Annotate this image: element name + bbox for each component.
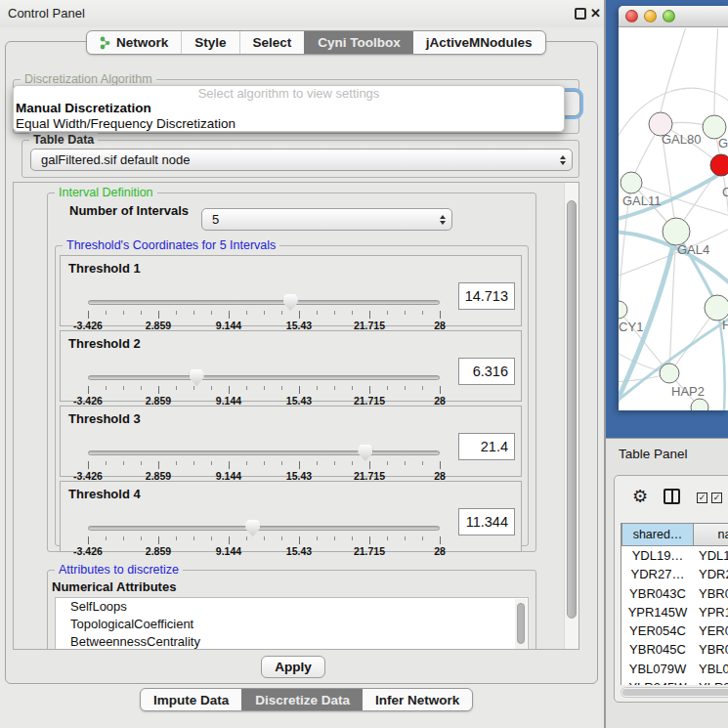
- slider-track[interactable]: [88, 526, 440, 531]
- slider-scale: -3.4262.8599.14415.4321.71528: [88, 545, 440, 557]
- threshold-value-field[interactable]: 14.713: [458, 282, 515, 310]
- bottom-tab-bar: Impute Data Discretize Data Infer Networ…: [140, 688, 473, 711]
- list-scrollbar-thumb[interactable]: [517, 603, 525, 644]
- table-row[interactable]: YBL079WYBL0: [621, 660, 728, 678]
- tab-impute-data[interactable]: Impute Data: [141, 689, 241, 710]
- node-label: H: [722, 318, 728, 332]
- tab-impute-data-label: Impute Data: [153, 693, 229, 707]
- table-panel: Table Panel ⚙ ✓ ✓ shared… na YDL19…YDL1 …: [606, 438, 728, 728]
- table-data-combobox-value: galFiltered.sif default node: [41, 150, 190, 171]
- network-window-titlebar[interactable]: [619, 6, 728, 27]
- cell[interactable]: YDL1: [694, 546, 728, 565]
- threshold-panel-1: Threshold 1 -3.4262.8599.14415.4321.7152…: [60, 255, 522, 326]
- table-header-row: shared… na: [621, 523, 728, 546]
- slider-ticks: [88, 461, 440, 470]
- threshold-value-field[interactable]: 21.4: [458, 433, 515, 460]
- node-hap2: [660, 364, 679, 383]
- close-icon[interactable]: ✕: [590, 6, 601, 21]
- tab-network[interactable]: Network: [87, 31, 181, 54]
- cell[interactable]: YLR3: [694, 678, 728, 685]
- slider-thumb[interactable]: [283, 294, 298, 311]
- algorithm-option-manual[interactable]: Manual Discretization: [14, 101, 564, 116]
- column-header-name[interactable]: na: [694, 523, 728, 546]
- table-row[interactable]: YPR145WYPR1: [621, 603, 728, 621]
- thresholds-group-title: Threshold's Coordinates for 5 Intervals: [63, 238, 279, 252]
- node-table[interactable]: shared… na YDL19…YDL1 YDR27…YDR2 YBR043C…: [621, 523, 728, 685]
- slider-track[interactable]: [88, 300, 440, 305]
- network-canvas[interactable]: GAL80 GA C GAL11 GAL4 GCY1 H HAP2: [619, 28, 728, 410]
- table-row[interactable]: YBR045CYBR0: [621, 640, 728, 659]
- settings-gear-icon[interactable]: ⚙: [632, 486, 648, 507]
- cell[interactable]: YER0: [694, 621, 728, 640]
- threshold-slider[interactable]: -3.4262.8599.14415.4321.71528: [88, 368, 440, 402]
- table-horizontal-scrollbar-thumb[interactable]: [622, 689, 728, 696]
- slider-track[interactable]: [88, 450, 440, 455]
- threshold-label: Threshold 3: [68, 411, 141, 426]
- cell[interactable]: YER054C: [621, 621, 694, 640]
- algorithm-option-equal-width[interactable]: Equal Width/Frequency Discretization: [14, 116, 564, 132]
- threshold-slider[interactable]: -3.4262.8599.14415.4321.71528: [88, 444, 440, 477]
- tab-cyni-toolbox[interactable]: Cyni Toolbox: [304, 31, 413, 54]
- tab-style[interactable]: Style: [181, 31, 238, 54]
- numerical-attributes-list[interactable]: SelfLoops TopologicalCoefficient Between…: [55, 597, 529, 650]
- cell[interactable]: YBR045C: [621, 640, 694, 659]
- list-item[interactable]: SelfLoops: [56, 598, 528, 616]
- tab-select[interactable]: Select: [239, 31, 305, 54]
- column-layout-icon[interactable]: [664, 489, 680, 504]
- threshold-panel-2: Threshold 2 -3.4262.8599.14415.4321.7152…: [60, 330, 522, 402]
- close-traffic-light-icon[interactable]: [625, 10, 638, 22]
- cell[interactable]: YDL19…: [621, 546, 694, 565]
- table-row[interactable]: YDR27…YDR2: [621, 565, 728, 583]
- table-data-combobox[interactable]: galFiltered.sif default node: [30, 149, 573, 171]
- tab-infer-network[interactable]: Infer Network: [363, 689, 472, 710]
- checkbox-icon[interactable]: ✓: [697, 492, 707, 503]
- cell[interactable]: YBL079W: [621, 660, 694, 678]
- threshold-label: Threshold 2: [68, 336, 141, 351]
- control-panel-titlebar: Control Panel ✕: [0, 0, 604, 27]
- table-horizontal-scrollbar[interactable]: [621, 687, 728, 698]
- cell[interactable]: YPR1: [694, 603, 728, 621]
- cell[interactable]: YBR0: [694, 640, 728, 659]
- float-window-icon[interactable]: [575, 8, 586, 20]
- threshold-panel-3: Threshold 3 -3.4262.8599.14415.4321.7152…: [60, 406, 522, 477]
- slider-ticks: [88, 386, 440, 395]
- cell[interactable]: YDR27…: [621, 565, 694, 583]
- tab-jactivemnodules[interactable]: jActiveMNodules: [413, 31, 545, 54]
- top-tab-bar: Network Style Select Cyni Toolbox jActiv…: [86, 30, 546, 55]
- number-of-intervals-combobox[interactable]: 5: [201, 208, 452, 231]
- table-row[interactable]: YER054CYER0: [621, 621, 728, 640]
- threshold-slider[interactable]: -3.4262.8599.14415.4321.71528: [88, 293, 440, 326]
- list-item[interactable]: TopologicalCoefficient: [56, 616, 528, 633]
- stepper-arrows-icon: [440, 215, 446, 225]
- zoom-traffic-light-icon[interactable]: [663, 10, 675, 22]
- slider-thumb[interactable]: [358, 445, 372, 461]
- apply-button[interactable]: Apply: [261, 656, 325, 678]
- tab-discretize-data[interactable]: Discretize Data: [241, 689, 363, 710]
- table-row[interactable]: YDL19…YDL1: [621, 546, 728, 565]
- slider-track[interactable]: [88, 375, 440, 380]
- cell[interactable]: YDR2: [694, 565, 728, 583]
- list-item[interactable]: BetweennessCentrality: [56, 633, 528, 650]
- checkbox-icon[interactable]: ✓: [711, 492, 722, 503]
- cell[interactable]: YBR0: [694, 584, 728, 603]
- panel-scrollbar-thumb[interactable]: [567, 200, 577, 619]
- minimize-traffic-light-icon[interactable]: [644, 10, 657, 22]
- cell[interactable]: YPR145W: [621, 603, 694, 621]
- slider-thumb[interactable]: [245, 520, 260, 536]
- algorithm-dropdown-popup: Select algorithm to view settings Manual…: [13, 85, 565, 132]
- slider-thumb[interactable]: [190, 369, 204, 386]
- network-view-window: GAL80 GA C GAL11 GAL4 GCY1 H HAP2: [619, 6, 728, 410]
- column-header-shared-name[interactable]: shared…: [621, 523, 694, 546]
- threshold-slider[interactable]: -3.4262.8599.14415.4321.71528: [88, 519, 440, 552]
- cell[interactable]: YBL0: [694, 660, 728, 678]
- threshold-value-field[interactable]: 6.316: [458, 358, 515, 385]
- table-row[interactable]: YBR043CYBR0: [621, 584, 728, 603]
- list-scrollbar[interactable]: [515, 599, 527, 650]
- slider-ticks: [88, 311, 440, 320]
- interval-definition-group-title: Interval Definition: [55, 186, 157, 199]
- cell[interactable]: YBR043C: [621, 584, 694, 603]
- threshold-value-field[interactable]: 11.344: [458, 508, 515, 535]
- panel-scrollbar[interactable]: [564, 183, 578, 649]
- table-row[interactable]: YLR345WYLR3: [621, 678, 728, 685]
- cell[interactable]: YLR345W: [621, 678, 694, 685]
